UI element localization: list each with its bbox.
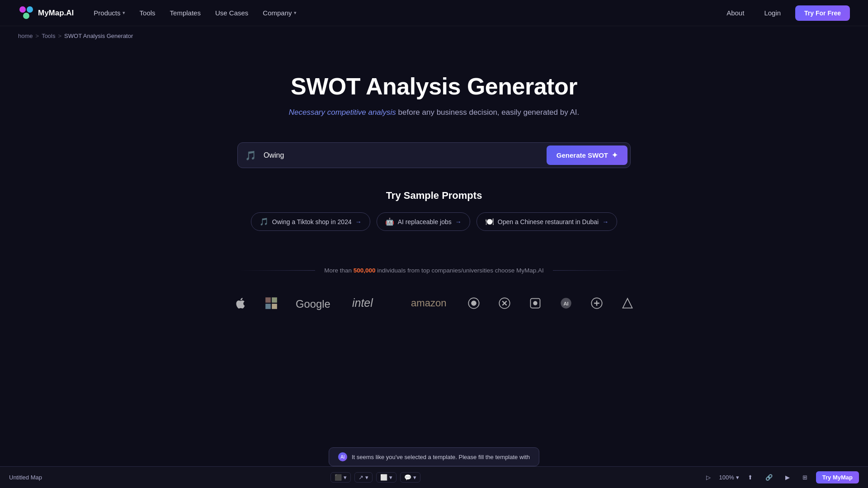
- breadcrumb: home > Tools > SWOT Analysis Generator: [0, 26, 868, 46]
- swot-input[interactable]: [262, 146, 541, 165]
- bottom-bar-right: ▷ 100% ▾ ⬆ 🔗 ▶ ⊞ Try MyMap: [702, 471, 859, 483]
- brand-circle2: [498, 297, 511, 310]
- breadcrumb-tools[interactable]: Tools: [42, 33, 55, 39]
- breadcrumb-sep2: >: [58, 33, 61, 39]
- chip-icon-1: 🤖: [385, 217, 394, 226]
- export-chevron: ▾: [344, 474, 347, 481]
- navbar-left: MyMap.AI Products ▾ Tools Templates Use …: [18, 5, 302, 21]
- brand-amazon: amazon: [411, 296, 449, 311]
- svg-rect-3: [265, 297, 271, 303]
- brand-circle5: [590, 297, 603, 310]
- brand-intel: intel: [352, 296, 393, 311]
- divider-left: [237, 270, 315, 271]
- main-content: SWOT Analysis Generator Necessary compet…: [0, 46, 868, 356]
- chip-icon-2: 🍽️: [485, 217, 494, 226]
- svg-text:Google: Google: [296, 298, 330, 310]
- social-proof-before: More than: [324, 267, 354, 274]
- grid-btn[interactable]: ⊞: [798, 472, 811, 483]
- cursor-chevron: ▾: [365, 474, 368, 481]
- zoom-control[interactable]: 100% ▾: [719, 474, 739, 481]
- svg-text:amazon: amazon: [411, 297, 447, 309]
- zoom-value: 100%: [719, 474, 734, 481]
- company-chevron: ▾: [294, 10, 297, 16]
- frame-icon: ⬜: [380, 474, 387, 481]
- comment-icon: 💬: [404, 474, 411, 481]
- nav-templates[interactable]: Templates: [165, 6, 206, 19]
- brand-circle4: AI: [560, 297, 572, 310]
- svg-point-0: [19, 6, 26, 13]
- page-subtitle: Necessary competitive analysis before an…: [289, 108, 580, 117]
- brand-microsoft: [265, 297, 278, 310]
- prompt-chip-2[interactable]: 🍽️ Open a Chinese restaurant in Dubai →: [476, 212, 617, 231]
- brand-circle6: [621, 297, 634, 310]
- prompt-chip-1[interactable]: 🤖 AI replaceable jobs →: [377, 212, 470, 231]
- generate-swot-button[interactable]: Generate SWOT ✦: [547, 145, 627, 165]
- present-btn[interactable]: ▶: [781, 472, 794, 483]
- social-proof-after: individuals from top companies/universit…: [376, 267, 544, 274]
- logo-row: Google intel amazon AI: [234, 296, 634, 311]
- play-btn[interactable]: ▷: [702, 472, 715, 483]
- zoom-chevron: ▾: [736, 474, 739, 481]
- svg-text:AI: AI: [564, 300, 569, 306]
- svg-point-1: [27, 6, 33, 13]
- products-chevron: ▾: [123, 10, 125, 16]
- brand-circle1: [467, 297, 480, 310]
- try-free-button[interactable]: Try For Free: [795, 5, 850, 21]
- sample-prompts-title: Try Sample Prompts: [386, 190, 482, 202]
- svg-rect-4: [272, 297, 277, 303]
- nav-about[interactable]: About: [721, 6, 750, 19]
- svg-point-14: [533, 301, 538, 305]
- chip-icon-0: 🎵: [259, 217, 269, 226]
- link-btn[interactable]: 🔗: [761, 472, 777, 483]
- nav-use-cases[interactable]: Use Cases: [210, 6, 254, 19]
- bottom-bar: Untitled Map ⬛ ▾ ↗ ▾ ⬜ ▾ 💬 ▾ ▷ 100% ▾ ⬆ …: [0, 466, 868, 488]
- toolbar-cursor[interactable]: ↗ ▾: [354, 472, 373, 483]
- frame-chevron: ▾: [389, 474, 392, 481]
- brand-google: Google: [296, 296, 334, 311]
- divider-right: [553, 270, 631, 271]
- brand-apple: [234, 297, 247, 310]
- breadcrumb-current: SWOT Analysis Generator: [64, 33, 133, 39]
- share-btn[interactable]: ⬆: [744, 472, 757, 483]
- chip-text-0: Owing a Tiktok shop in 2024: [272, 218, 352, 225]
- prompt-chips: 🎵 Owing a Tiktok shop in 2024 → 🤖 AI rep…: [251, 212, 617, 231]
- nav-login[interactable]: Login: [759, 6, 786, 19]
- cursor-icon: ↗: [359, 474, 363, 481]
- prompt-chip-0[interactable]: 🎵 Owing a Tiktok shop in 2024 →: [251, 212, 370, 231]
- nav-tools[interactable]: Tools: [134, 6, 161, 19]
- notification-bar: AI It seems like you've selected a templ…: [329, 447, 539, 466]
- svg-point-2: [23, 13, 29, 19]
- subtitle-rest: before any business decision, easily gen…: [396, 108, 579, 117]
- logo-icon: [18, 5, 34, 21]
- generate-label: Generate SWOT: [557, 151, 608, 159]
- svg-text:intel: intel: [352, 296, 373, 309]
- chip-text-1: AI replaceable jobs: [398, 218, 452, 225]
- breadcrumb-home[interactable]: home: [18, 33, 33, 39]
- chip-arrow-2: →: [602, 218, 609, 225]
- map-title[interactable]: Untitled Map: [9, 474, 42, 481]
- input-container: 🎵 Generate SWOT ✦: [237, 142, 631, 168]
- toolbar-export[interactable]: ⬛ ▾: [330, 472, 351, 483]
- svg-rect-6: [272, 304, 277, 309]
- ai-notification-icon: AI: [338, 452, 347, 461]
- toolbar-comment[interactable]: 💬 ▾: [400, 472, 420, 483]
- chip-arrow-0: →: [355, 218, 362, 225]
- toolbar-frame[interactable]: ⬜ ▾: [376, 472, 396, 483]
- bottom-toolbar: ⬛ ▾ ↗ ▾ ⬜ ▾ 💬 ▾: [57, 472, 695, 483]
- subtitle-highlight: Necessary competitive analysis: [289, 108, 396, 117]
- navbar-right: About Login Try For Free: [721, 5, 850, 21]
- try-mymap-button[interactable]: Try MyMap: [816, 471, 859, 483]
- sparkle-icon: ✦: [612, 151, 618, 160]
- social-proof: More than 500,000 individuals from top c…: [237, 267, 631, 274]
- chip-arrow-1: →: [455, 218, 462, 225]
- nav-links: Products ▾ Tools Templates Use Cases Com…: [88, 6, 302, 19]
- nav-products[interactable]: Products ▾: [88, 6, 130, 19]
- breadcrumb-sep1: >: [36, 33, 39, 39]
- social-proof-text: More than 500,000 individuals from top c…: [324, 267, 544, 274]
- music-icon: 🎵: [245, 150, 256, 161]
- logo[interactable]: MyMap.AI: [18, 5, 74, 21]
- brand-circle3: [529, 297, 542, 310]
- nav-company[interactable]: Company ▾: [257, 6, 302, 19]
- chip-text-2: Open a Chinese restaurant in Dubai: [498, 218, 599, 225]
- logo-text: MyMap.AI: [38, 9, 74, 18]
